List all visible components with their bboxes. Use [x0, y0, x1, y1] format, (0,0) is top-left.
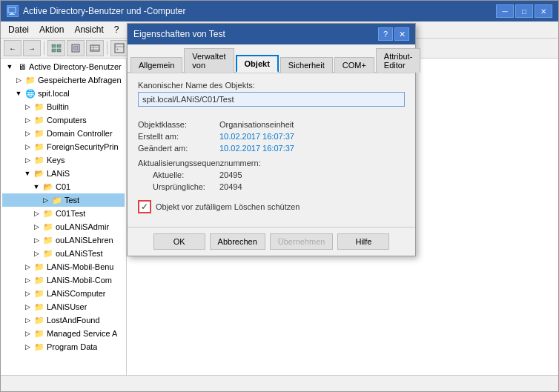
tree-builtin[interactable]: ▷ 📁 Builtin: [2, 100, 125, 113]
svg-rect-0: [8, 7, 16, 13]
folder-icon: 📁: [33, 101, 45, 113]
dialog-help-button[interactable]: ?: [378, 27, 393, 41]
expand-icon: ▷: [23, 142, 32, 151]
tree-c01test[interactable]: ▷ 📁 C01Test: [2, 207, 125, 220]
dialog-title: Eigenschaften von Test: [133, 29, 225, 39]
tree-label-lanis-mobil-com: LANiS-Mobil-Com: [47, 276, 112, 285]
tree-label-lanis-computer: LANiSComputer: [47, 289, 105, 298]
info-key-changed: Geändert am:: [138, 144, 219, 153]
status-bar: [1, 375, 558, 391]
tab-verwaltet[interactable]: Verwaltet von: [184, 48, 234, 73]
cancel-button[interactable]: Abbrechen: [210, 233, 265, 250]
folder-icon: 📁: [42, 248, 54, 259]
main-title: Active Directory-Benutzer und -Computer: [23, 6, 185, 16]
app-icon: [7, 5, 19, 17]
tree-foreign[interactable]: ▷ 📁 ForeignSecurityPrin: [2, 140, 125, 153]
svg-rect-5: [52, 49, 56, 52]
expand-icon: ▷: [23, 116, 32, 124]
info-value-class: Organisationseinheit: [219, 120, 294, 129]
toolbar-btn-4[interactable]: +: [110, 40, 128, 56]
tree-outest[interactable]: ▷ 📁 ouLANiSTest: [2, 247, 125, 260]
maximize-button[interactable]: □: [515, 4, 533, 18]
dialog-footer: OK Abbrechen Übernehmen Hilfe: [128, 227, 415, 256]
toolbar-btn-3[interactable]: [86, 40, 104, 56]
ok-button[interactable]: OK: [153, 233, 205, 250]
tree-lanis-user[interactable]: ▷ 📁 LANiSUser: [2, 300, 125, 313]
expand-icon: ▷: [23, 102, 32, 111]
tab-sicherheit[interactable]: Sicherheit: [280, 57, 333, 73]
tree-c01[interactable]: ▼ 📂 C01: [2, 180, 125, 193]
seq-current-value: 20495: [219, 170, 242, 179]
folder-open-icon: 📂: [42, 181, 54, 193]
tree-lanis-mobil-benu[interactable]: ▷ 📁 LANiS-Mobil-Benu: [2, 260, 125, 273]
menu-ansicht[interactable]: Ansicht: [70, 23, 108, 36]
tree-lost-found[interactable]: ▷ 📁 LostAndFound: [2, 313, 125, 327]
menu-datei[interactable]: Datei: [4, 23, 33, 36]
sequence-label: Aktualisierungssequenznummern:: [138, 159, 405, 167]
seq-original-row: Ursprüngliche: 20494: [138, 182, 405, 191]
menu-aktion[interactable]: Aktion: [35, 23, 68, 36]
folder-icon: 📁: [42, 221, 54, 233]
tab-allgemein[interactable]: Allgemein: [130, 57, 182, 73]
tree-dc[interactable]: ▷ 📁 Domain Controller: [2, 127, 125, 140]
svg-rect-3: [52, 44, 56, 47]
tree-test[interactable]: ▷ 📁 Test: [2, 193, 125, 207]
tree-panel[interactable]: ▼ 🖥 Active Directory-Benutzer ▷ 📁 Gespei…: [1, 59, 127, 375]
tree-computers[interactable]: ▷ 📁 Computers: [2, 113, 125, 127]
svg-rect-6: [57, 49, 61, 52]
toolbar-btn-1[interactable]: [47, 40, 65, 56]
tree-managed-service[interactable]: ▷ 📁 Managed Service A: [2, 327, 125, 340]
expand-icon: ▷: [32, 249, 41, 258]
tab-objekt[interactable]: Objekt: [236, 55, 279, 73]
tree-root[interactable]: ▼ 🖥 Active Directory-Benutzer: [2, 60, 125, 73]
folder-icon: 📁: [33, 127, 45, 139]
tree-label-root: Active Directory-Benutzer: [29, 62, 122, 71]
expand-icon: ▷: [32, 209, 41, 218]
tree-label-outest: ouLANiSTest: [56, 249, 103, 258]
seq-current-row: Aktuelle: 20495: [138, 170, 405, 179]
expand-icon: ▷: [23, 316, 32, 325]
folder-icon: 📁: [33, 301, 45, 313]
expand-icon: ▷: [23, 262, 32, 271]
info-row-changed: Geändert am: 10.02.2017 16:07:37: [138, 144, 405, 153]
svg-rect-1: [10, 13, 13, 14]
minimize-button[interactable]: ─: [496, 4, 514, 18]
back-button[interactable]: ←: [4, 40, 22, 56]
tree-label-c01test: C01Test: [56, 209, 85, 218]
tree-lanis-mobil-com[interactable]: ▷ 📁 LANiS-Mobil-Com: [2, 273, 125, 287]
expand-icon: ▷: [23, 342, 32, 351]
tree-label-dc: Domain Controller: [47, 129, 113, 138]
folder-icon: 📁: [33, 274, 45, 286]
tree-program-data[interactable]: ▷ 📁 Program Data: [2, 340, 125, 353]
help-button[interactable]: Hilfe: [337, 233, 389, 250]
folder-icon: 📁: [24, 74, 36, 86]
protect-checkbox[interactable]: ✓: [138, 200, 151, 213]
tab-attribut[interactable]: Attribut-Editor: [376, 48, 421, 73]
tree-spit-local[interactable]: ▼ 🌐 spit.local: [2, 87, 125, 100]
menu-help[interactable]: ?: [110, 23, 124, 36]
canonical-name-field[interactable]: [138, 92, 405, 107]
info-key-created: Erstellt am:: [138, 132, 219, 141]
expand-icon: ▷: [32, 236, 41, 245]
tree-keys[interactable]: ▷ 📁 Keys: [2, 153, 125, 167]
dialog-title-bar: Eigenschaften von Test ? ✕: [128, 24, 415, 44]
tree-saved-queries[interactable]: ▷ 📁 Gespeicherte Abfragen: [2, 73, 125, 87]
folder-icon: 📁: [42, 207, 54, 219]
apply-button[interactable]: Übernehmen: [270, 233, 334, 250]
close-button[interactable]: ✕: [535, 4, 552, 18]
expand-icon: ▷: [23, 129, 32, 138]
folder-icon: 📁: [33, 288, 45, 299]
forward-button[interactable]: →: [23, 40, 41, 56]
toolbar-btn-2[interactable]: [67, 40, 85, 56]
canonical-name-label: Kanonischer Name des Objekts:: [138, 81, 405, 90]
tab-com[interactable]: COM+: [334, 57, 374, 73]
dialog-close-button[interactable]: ✕: [394, 27, 409, 41]
tree-lanis[interactable]: ▼ 📂 LANiS: [2, 167, 125, 180]
folder-icon: 📁: [33, 141, 45, 153]
dialog: Eigenschaften von Test ? ✕ Allgemein Ver…: [127, 23, 416, 256]
svg-text:+: +: [116, 47, 119, 51]
tree-lanis-computer[interactable]: ▷ 📁 LANiSComputer: [2, 287, 125, 300]
tree-ouadmin[interactable]: ▷ 📁 ouLANiSAdmir: [2, 220, 125, 233]
tree-oulehrer[interactable]: ▷ 📁 ouLANiSLehren: [2, 233, 125, 247]
expand-icon: ▷: [23, 302, 32, 311]
